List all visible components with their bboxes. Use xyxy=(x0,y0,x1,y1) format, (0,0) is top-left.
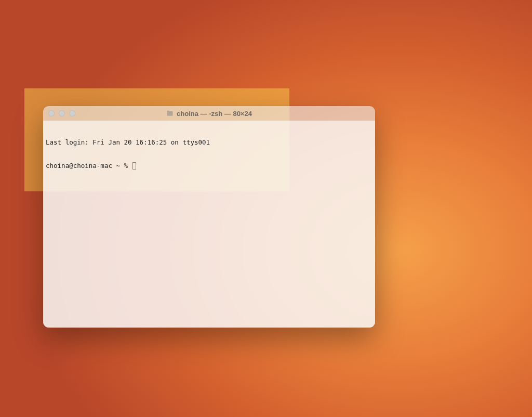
last-login-line: Last login: Fri Jan 20 16:16:25 on ttys0… xyxy=(46,138,373,146)
terminal-window[interactable]: choina — -zsh — 80×24 Last login: Fri Ja… xyxy=(43,106,375,328)
window-controls xyxy=(43,110,75,116)
minimize-button[interactable] xyxy=(59,110,65,116)
window-title: choina — -zsh — 80×24 xyxy=(177,110,252,118)
terminal-content[interactable]: Last login: Fri Jan 20 16:16:25 on ttys0… xyxy=(43,121,375,328)
prompt-row: choina@choina-mac ~ % xyxy=(46,162,373,170)
titlebar[interactable]: choina — -zsh — 80×24 xyxy=(43,106,375,121)
cursor-icon xyxy=(132,162,136,170)
folder-icon xyxy=(166,110,174,116)
shell-prompt: choina@choina-mac ~ % xyxy=(46,162,132,170)
close-button[interactable] xyxy=(48,110,55,116)
zoom-button[interactable] xyxy=(69,110,75,116)
